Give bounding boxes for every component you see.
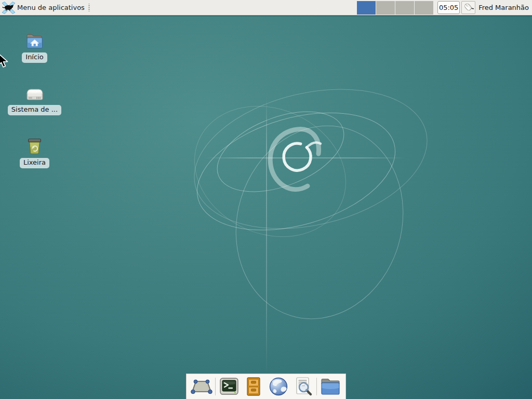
desktop-icon-home[interactable]: Início <box>9 32 60 63</box>
dock-separator <box>316 378 317 395</box>
mouse-device-icon <box>463 2 474 13</box>
desktop-icon-label[interactable]: Sistema de ... <box>8 105 61 115</box>
applications-menu-button[interactable]: Menu de aplicativos <box>0 0 93 15</box>
applications-menu-label: Menu de aplicativos <box>17 4 85 11</box>
workspace-switcher <box>356 1 433 15</box>
bottom-dock-panel <box>186 374 346 399</box>
document-search-icon <box>292 376 313 397</box>
home-folder-icon <box>25 33 44 49</box>
terminal-icon <box>219 376 240 397</box>
user-actions-button[interactable] <box>461 1 475 14</box>
file-cabinet-launcher[interactable] <box>243 375 264 398</box>
panel-grip-handle[interactable] <box>87 4 91 11</box>
xfce-logo-icon <box>2 2 16 14</box>
desktop-icon-filesystem[interactable]: Sistema de ... <box>9 84 60 115</box>
desktop-icon-label[interactable]: Lixeira <box>20 158 49 168</box>
workspace-4[interactable] <box>415 1 433 15</box>
terminal-launcher[interactable] <box>218 375 240 398</box>
web-browser-globe-icon <box>268 376 289 397</box>
mouse-pointer-cursor <box>0 53 11 69</box>
desktop-screen: Menu de aplicativos 05:05 Fred Maranhão <box>0 0 532 399</box>
logged-in-user-label[interactable]: Fred Maranhão <box>476 4 532 11</box>
application-finder-launcher[interactable] <box>292 375 314 398</box>
filesystem-drive-icon <box>25 87 44 102</box>
top-panel: Menu de aplicativos 05:05 Fred Maranhão <box>0 0 532 16</box>
dock-separator <box>215 378 216 395</box>
workspace-1[interactable] <box>357 1 376 15</box>
show-desktop-icon <box>191 378 212 395</box>
show-desktop-button[interactable] <box>191 375 212 398</box>
file-cabinet-icon <box>244 376 263 397</box>
panel-clock[interactable]: 05:05 <box>437 1 460 14</box>
trash-can-icon <box>26 137 43 155</box>
debian-swirl-wallpaper <box>0 0 532 399</box>
desktop-icon-trash[interactable]: Lixeira <box>9 137 60 168</box>
file-manager-launcher[interactable] <box>320 375 341 398</box>
workspace-2[interactable] <box>376 1 395 15</box>
web-browser-launcher[interactable] <box>268 375 289 398</box>
desktop-icon-label[interactable]: Início <box>22 52 47 63</box>
workspace-3[interactable] <box>395 1 414 15</box>
folder-icon <box>320 377 341 396</box>
panel-right-area: 05:05 Fred Maranhão <box>356 0 532 15</box>
